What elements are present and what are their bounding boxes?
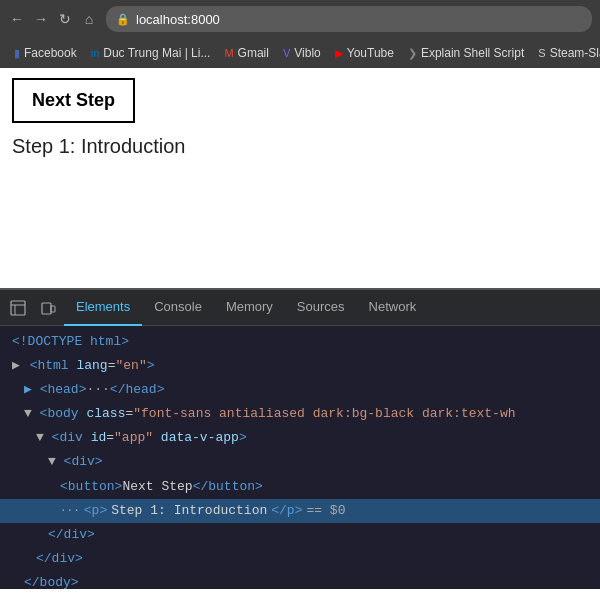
bookmark-label: Explain Shell Script (421, 46, 524, 60)
code-line-doctype: <!DOCTYPE html> (0, 330, 600, 354)
tab-network[interactable]: Network (357, 290, 429, 326)
code-line-html: ▶ <html lang="en"> (0, 354, 600, 378)
code-line-close-div1: </div> (0, 523, 600, 547)
step-text: Step 1: Introduction (12, 135, 588, 158)
bookmark-label: Facebook (24, 46, 77, 60)
bookmark-youtube[interactable]: ▶ YouTube (329, 44, 400, 62)
forward-button[interactable]: → (32, 10, 50, 28)
bookmark-gmail[interactable]: M Gmail (218, 44, 275, 62)
browser-toolbar: ← → ↻ ⌂ 🔒 localhost:8000 (0, 0, 600, 38)
url-text: localhost:8000 (136, 12, 220, 27)
code-line-head: ▶ <head>···</head> (0, 378, 600, 402)
bookmarks-bar: ▮ Facebook in Duc Trung Mai | Li... M Gm… (0, 38, 600, 68)
address-bar[interactable]: 🔒 localhost:8000 (106, 6, 592, 32)
shell-icon: ❯ (408, 47, 417, 60)
back-button[interactable]: ← (8, 10, 26, 28)
next-step-button[interactable]: Next Step (12, 78, 135, 123)
lock-icon: 🔒 (116, 13, 130, 26)
dots-indicator: ··· (60, 501, 80, 520)
device-toolbar-button[interactable] (34, 294, 62, 322)
code-line-div: ▼ <div> (0, 450, 600, 474)
toggle-html[interactable]: ▶ (12, 358, 20, 373)
bookmark-linkedin[interactable]: in Duc Trung Mai | Li... (85, 44, 217, 62)
page-content: Next Step Step 1: Introduction (0, 68, 600, 288)
youtube-icon: ▶ (335, 47, 343, 60)
bookmark-label: Duc Trung Mai | Li... (103, 46, 210, 60)
viblo-icon: V (283, 47, 290, 59)
bookmark-label: Viblo (294, 46, 320, 60)
bookmark-label: Gmail (238, 46, 269, 60)
tab-sources[interactable]: Sources (285, 290, 357, 326)
tab-elements[interactable]: Elements (64, 290, 142, 326)
devtools-tabs: Elements Console Memory Sources Network (0, 290, 600, 326)
bookmark-label: YouTube (347, 46, 394, 60)
facebook-icon: ▮ (14, 47, 20, 60)
browser-chrome: ← → ↻ ⌂ 🔒 localhost:8000 ▮ Facebook in D… (0, 0, 600, 68)
devtools-panel: Elements Console Memory Sources Network … (0, 288, 600, 589)
bookmark-viblo[interactable]: V Viblo (277, 44, 327, 62)
code-line-body: ▼ <body class="font-sans antialiased dar… (0, 402, 590, 426)
nav-buttons: ← → ↻ ⌂ (8, 10, 98, 28)
bookmark-steam[interactable]: S Steam-Slack (532, 44, 600, 62)
bookmark-facebook[interactable]: ▮ Facebook (8, 44, 83, 62)
devtools-content: <!DOCTYPE html> ▶ <html lang="en"> ▶ <he… (0, 326, 600, 589)
code-line-close-div2: </div> (0, 547, 600, 571)
reload-button[interactable]: ↻ (56, 10, 74, 28)
svg-rect-3 (42, 303, 51, 314)
code-line-p-highlighted[interactable]: ··· <p>Step 1: Introduction</p> == $0 (0, 499, 600, 523)
steam-icon: S (538, 47, 545, 59)
inspect-element-button[interactable] (4, 294, 32, 322)
home-button[interactable]: ⌂ (80, 10, 98, 28)
bookmark-label: Steam-Slack (550, 46, 600, 60)
code-line-button: <button>Next Step</button> (0, 475, 600, 499)
code-line-close-body: </body> (0, 571, 600, 589)
bookmark-shell[interactable]: ❯ Explain Shell Script (402, 44, 530, 62)
tab-memory[interactable]: Memory (214, 290, 285, 326)
svg-rect-0 (11, 301, 25, 315)
tab-console[interactable]: Console (142, 290, 214, 326)
linkedin-icon: in (91, 47, 100, 59)
gmail-icon: M (224, 47, 233, 59)
code-line-div-app: ▼ <div id="app" data-v-app> (0, 426, 600, 450)
